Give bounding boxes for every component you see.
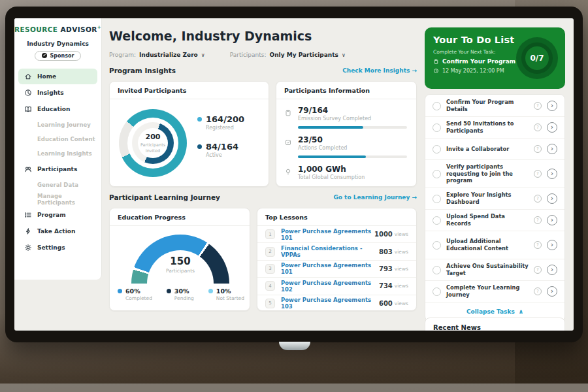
completed-dot	[118, 289, 122, 293]
chevron-up-icon: ∧	[519, 308, 523, 315]
chevron-right-icon[interactable]: ›	[547, 101, 557, 111]
take-action-icon	[24, 227, 32, 235]
participants-icon	[24, 165, 32, 173]
task-checkbox[interactable]	[433, 102, 441, 110]
lesson-link[interactable]: Power Purchase Agreements 103	[281, 297, 379, 310]
help-icon[interactable]: ?	[534, 216, 542, 224]
active-dot	[197, 144, 202, 149]
go-to-learning-journey-link[interactable]: Go to Learning Journey →	[333, 194, 417, 201]
help-icon[interactable]: ?	[534, 123, 542, 131]
chevron-right-icon[interactable]: ›	[547, 240, 557, 250]
sidebar-item-general-data[interactable]: General Data	[14, 178, 101, 192]
pending-pct: 30%	[174, 287, 189, 295]
info-row-actions: 23/50 Actions Completed	[276, 129, 416, 151]
survey-label: Emission Survey Completed	[298, 116, 371, 122]
help-icon[interactable]: ?	[534, 287, 542, 295]
sidebar-item-take-action[interactable]: Take Action	[18, 223, 97, 239]
recent-news-card: Recent News	[425, 318, 565, 331]
chevron-right-icon[interactable]: ›	[547, 169, 557, 179]
participants-information-card: Participants Information 79/164 Emission…	[276, 81, 417, 187]
program-filter[interactable]: Program:Industrialize Zero∨	[109, 52, 205, 58]
help-icon[interactable]: ?	[534, 102, 542, 110]
card-title: Education Progress	[110, 208, 250, 226]
help-icon[interactable]: ?	[534, 145, 542, 153]
collapse-label: Collapse Tasks	[466, 308, 515, 315]
sidebar-item-participants[interactable]: Participants	[18, 161, 97, 177]
link-label: Go to Learning Journey	[333, 194, 410, 201]
task-label: Explore Your Insights Dashboard	[446, 191, 529, 206]
legend-not-started: 10% Not Started	[208, 287, 244, 301]
chevron-down-icon[interactable]: ∨	[201, 52, 205, 58]
link-label: Check More Insights	[342, 67, 410, 74]
donut-legend: 164/200 Registered 84/164 Active	[197, 114, 244, 169]
task-checkbox[interactable]	[433, 123, 441, 132]
consumption-value: 1,000 GWh	[298, 165, 365, 174]
task-row: Send 50 Invitations to Participants ? ›	[425, 117, 564, 139]
sidebar-item-settings[interactable]: Settings	[18, 240, 97, 255]
dashboard-screen: RESOURCE ADVISOR+ Industry Dynamics Spon…	[14, 18, 574, 331]
sidebar-item-learning-journey[interactable]: Learning Journey	[14, 118, 101, 132]
gauge-legend: 60% Completed 30% Pending 10% Not Starte…	[118, 287, 244, 301]
sidebar-item-insights[interactable]: Insights	[18, 85, 97, 101]
sidebar-item-education[interactable]: Education	[18, 101, 97, 117]
chevron-right-icon[interactable]: ›	[547, 122, 557, 133]
task-checkbox[interactable]	[433, 195, 441, 203]
task-checkbox[interactable]	[433, 241, 441, 250]
participants-filter[interactable]: Participants:Only My Participants∨	[230, 52, 346, 58]
participants-filter-label: Participants:	[230, 52, 267, 58]
help-icon[interactable]: ?	[534, 195, 542, 203]
sidebar-item-home[interactable]: Home	[18, 69, 97, 84]
registered-dot	[197, 117, 202, 122]
legend-registered: 164/200 Registered	[197, 114, 244, 131]
rank-badge: 2	[265, 247, 275, 257]
task-checkbox[interactable]	[433, 287, 441, 296]
chevron-right-icon[interactable]: ›	[547, 265, 557, 275]
desk-edge	[0, 384, 588, 392]
help-icon[interactable]: ?	[534, 170, 542, 178]
org-name: Industry Dynamics	[14, 41, 101, 47]
task-checkbox[interactable]	[433, 170, 441, 178]
task-checkbox[interactable]	[433, 266, 441, 274]
learning-journey-header: Participant Learning Journey Go to Learn…	[109, 193, 417, 201]
lesson-link[interactable]: Power Purchase Agreements 101	[281, 262, 379, 275]
task-row: Upload Spend Data Records ? ›	[425, 210, 564, 231]
sidebar-nav: Home Insights Education Learning Journey…	[14, 69, 101, 255]
logo-advisor: ADVISOR	[61, 25, 97, 33]
chevron-right-icon[interactable]: ›	[547, 215, 557, 225]
home-icon	[24, 73, 32, 80]
sidebar-item-learning-insights[interactable]: Learning Insights	[14, 146, 101, 161]
chevron-right-icon[interactable]: ›	[547, 144, 557, 154]
task-label: Achieve One Sustainability Target	[446, 263, 529, 277]
chevron-right-icon[interactable]: ›	[547, 286, 557, 297]
check-more-insights-link[interactable]: Check More Insights →	[342, 67, 417, 74]
active-label: Active	[206, 152, 244, 158]
completed-pct: 60%	[125, 287, 140, 295]
lesson-row: 3 Power Purchase Agreements 101 793 view…	[257, 261, 416, 278]
sidebar-item-label: Program	[37, 212, 66, 218]
donut-center-label: Participants Invited	[136, 142, 170, 154]
check-square-icon	[284, 135, 293, 151]
chevron-down-icon[interactable]: ∨	[342, 52, 346, 58]
active-value: 84/164	[206, 142, 238, 152]
consumption-label: Total Global Consumption	[298, 174, 365, 180]
sidebar-item-manage-participants[interactable]: Manage Participants	[14, 192, 101, 206]
task-checkbox[interactable]	[433, 145, 441, 154]
sidebar-item-education-content[interactable]: Education Content	[14, 132, 101, 146]
todo-summary-panel: Your To Do List Complete Your Next Task:…	[425, 27, 565, 89]
todo-progress-ring: 0/7	[516, 37, 558, 79]
lesson-link[interactable]: Financial Considerations - VPPAs	[281, 245, 379, 258]
lesson-link[interactable]: Power Purchase Agreements 102	[281, 280, 379, 293]
section-title: Program Insights	[109, 67, 176, 74]
views-count: 803	[379, 248, 393, 255]
task-label: Verify participants requesting to join t…	[446, 163, 529, 184]
task-row: Verify participants requesting to join t…	[425, 160, 564, 188]
help-icon[interactable]: ?	[534, 241, 542, 249]
app-logo: RESOURCE ADVISOR+	[14, 18, 101, 33]
lesson-link[interactable]: Power Purchase Agreements 101	[281, 228, 374, 241]
monitor-stand	[279, 342, 310, 350]
help-icon[interactable]: ?	[534, 266, 542, 274]
sidebar-item-program[interactable]: Program	[18, 207, 97, 223]
chevron-right-icon[interactable]: ›	[547, 193, 557, 204]
task-checkbox[interactable]	[433, 216, 441, 225]
task-label: Invite a Collaborator	[446, 146, 529, 153]
